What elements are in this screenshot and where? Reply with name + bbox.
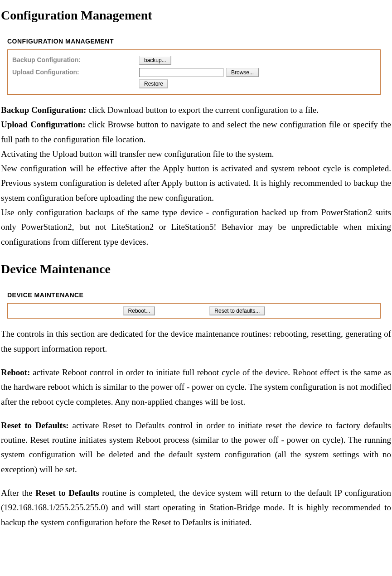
config-warning-desc: Use only configuration backups of the sa…: [1, 205, 391, 249]
reset-after-bold: Reset to Defaults: [35, 488, 99, 498]
reboot-text: activate Reboot control in order to init…: [1, 368, 391, 407]
reboot-desc: Reboot: activate Reboot control in order…: [1, 365, 391, 409]
config-management-panel: CONFIGURATION MANAGEMENT Backup Configur…: [7, 36, 391, 95]
reboot-button[interactable]: Reboot...: [123, 306, 155, 315]
reboot-term: Reboot:: [1, 368, 30, 377]
backup-config-desc: Backup Configuration: click Download but…: [1, 103, 391, 117]
backup-config-text: click Download button to export the curr…: [86, 105, 319, 115]
config-panel-caption: CONFIGURATION MANAGEMENT: [7, 36, 391, 47]
upload-config-term: Upload Configuration:: [1, 120, 86, 129]
reset-defaults-desc: Reset to Defaults: activate Reset to Def…: [1, 418, 391, 477]
restore-button[interactable]: Restore: [139, 79, 168, 88]
backup-button[interactable]: backup...: [139, 56, 171, 65]
restore-row: Restore: [12, 79, 376, 88]
upload-label: Upload Configuration:: [12, 67, 139, 78]
backup-label: Backup Configuration:: [12, 55, 139, 66]
browse-button[interactable]: Browse...: [226, 68, 259, 77]
backup-config-term: Backup Configuration:: [1, 105, 86, 115]
configuration-management-heading: Configuration Management: [1, 5, 391, 26]
reset-defaults-button[interactable]: Reset to defaults...: [209, 306, 265, 315]
upload-config-desc: Upload Configuration: click Browse butto…: [1, 117, 391, 147]
reset-defaults-after-desc: After the Reset to Defaults routine is c…: [1, 486, 391, 530]
device-maintenance-panel: DEVICE MAINTENANCE Reboot... Reset to de…: [7, 290, 391, 319]
reset-after-a: After the: [1, 488, 35, 498]
maintenance-panel-caption: DEVICE MAINTENANCE: [7, 290, 391, 301]
upload-activate-desc: Activating the Upload button will transf…: [1, 147, 391, 161]
maintenance-intro-desc: The controls in this section are dedicat…: [1, 327, 391, 356]
maintenance-panel-body: Reboot... Reset to defaults...: [7, 303, 381, 319]
device-maintenance-heading: Device Maintenance: [1, 258, 391, 280]
backup-row: Backup Configuration: backup...: [12, 55, 376, 66]
upload-file-input[interactable]: [139, 68, 223, 77]
new-config-effective-desc: New configuration will be effective afte…: [1, 161, 391, 205]
reset-term: Reset to Defaults:: [1, 421, 69, 430]
config-panel-body: Backup Configuration: backup... Upload C…: [7, 49, 381, 95]
upload-row: Upload Configuration: Browse...: [12, 67, 376, 78]
